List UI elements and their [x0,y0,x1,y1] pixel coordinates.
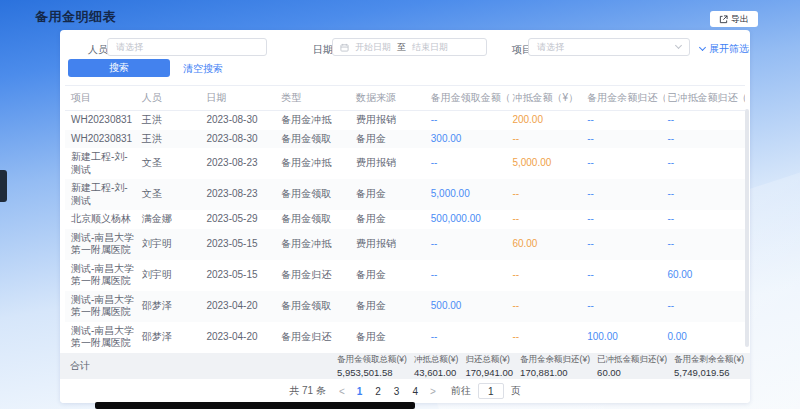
summary-item: 备用金余额归还(¥)170,881.00 [520,354,590,378]
cell-amount-offset-returned: -- [665,291,745,322]
cell-type: 备用金领取 [279,179,354,210]
cell-date: 2023-04-20 [204,322,279,353]
cell-person: 王洪 [140,130,205,149]
cell-person: 刘宇明 [140,229,205,260]
cell-person: 文圣 [140,179,205,210]
date-filter-label: 日期 [313,43,333,57]
cell-amount-balance-returned: -- [585,130,665,149]
summary-item-label: 备用金余额归还(¥) [520,354,590,366]
project-select-placeholder: 请选择 [537,41,564,54]
person-filter-label: 人员 [88,43,108,57]
cell-type: 备用金冲抵 [279,148,354,179]
cell-date: 2023-05-15 [204,229,279,260]
cell-amount-offset-returned: -- [665,148,745,179]
table-row: WH20230831王洪2023-08-30备用金领取备用金300.00----… [65,130,745,149]
cell-amount-offset-returned: -- [665,130,745,149]
cell-amount-offset: 60.00 [510,229,585,260]
cell-amount-received: 500.00 [429,291,511,322]
cell-amount-offset-returned: -- [665,229,745,260]
cell-person: 满金娜 [140,210,205,229]
cell-project: 测试-南昌大学第一附属医院 [65,322,140,353]
column-header-source: 数据来源 [354,86,429,111]
cell-date: 2023-08-30 [204,130,279,149]
summary-item: 备用金领取总额(¥)5,953,501.58 [337,354,407,378]
summary-item: 已冲抵金额归还(¥)60.00 [597,354,667,378]
start-date-placeholder[interactable]: 开始日期 [355,41,391,54]
cell-date: 2023-05-29 [204,210,279,229]
table-row: 新建工程-刘-测试文圣2023-08-23备用金领取备用金5,000.00---… [65,179,745,210]
column-header-amount-offset-returned: 已冲抵金额归还（¥） [665,86,745,111]
cell-project: 新建工程-刘-测试 [65,148,140,179]
clear-search-button[interactable]: 清空搜索 [183,62,223,76]
cell-amount-balance-returned: -- [585,179,665,210]
pagination-bar: 共 71 条 < 1234 > 前往 页 [60,379,750,403]
cell-project: 测试-南昌大学第一附属医院 [65,260,140,291]
page-number-2[interactable]: 2 [372,386,384,397]
export-button[interactable]: 导出 [710,11,758,27]
cell-person: 文圣 [140,148,205,179]
table-row: 北京顺义杨林满金娜2023-05-29备用金领取备用金500,000.00---… [65,210,745,229]
cell-person: 邵梦泽 [140,291,205,322]
person-filter-input[interactable] [107,38,267,56]
expand-filters-link[interactable]: 展开筛选 [700,42,749,56]
cell-project: WH20230831 [65,111,140,130]
date-range-separator: 至 [397,41,406,54]
summary-total-label: 合计 [60,359,90,373]
chevron-down-icon [675,42,682,49]
next-page-icon[interactable]: > [428,386,438,397]
cell-date: 2023-08-23 [204,148,279,179]
end-date-placeholder[interactable]: 结束日期 [412,41,448,54]
summary-item-value: 5,749,019.56 [674,367,744,378]
drawer-handle[interactable] [0,170,7,202]
summary-item-value: 60.00 [597,367,667,378]
cell-amount-balance-returned: -- [585,229,665,260]
goto-page-label: 前往 [451,384,471,398]
table-row: 测试-南昌大学第一附属医院邵梦泽2023-04-20备用金归还备用金----10… [65,322,745,353]
page-number-1[interactable]: 1 [354,386,366,397]
prev-page-icon[interactable]: < [337,386,347,397]
pagination-total: 共 71 条 [289,384,326,398]
date-range-picker[interactable]: 开始日期 至 结束日期 [332,38,487,56]
cell-type: 备用金领取 [279,130,354,149]
calendar-icon [340,43,349,52]
column-header-type: 类型 [279,86,354,111]
cell-amount-received: 300.00 [429,130,511,149]
cell-amount-balance-returned: -- [585,260,665,291]
summary-item-value: 43,601.00 [414,367,458,378]
cell-amount-received: 500,000.00 [429,210,511,229]
page-number-4[interactable]: 4 [409,386,421,397]
page-number-3[interactable]: 3 [391,386,403,397]
cell-project: 测试-南昌大学第一附属医院 [65,229,140,260]
cell-source: 费用报销 [354,148,429,179]
export-label: 导出 [731,13,749,26]
cell-amount-balance-returned: 100.00 [585,322,665,353]
summary-item: 备用金剩余金额(¥)5,749,019.56 [674,354,744,378]
cell-date: 2023-04-20 [204,291,279,322]
cell-source: 费用报销 [354,229,429,260]
cell-amount-offset-returned: 60.00 [665,260,745,291]
cell-source: 备用金 [354,179,429,210]
cell-amount-received: -- [429,148,511,179]
table-row: WH20230831王洪2023-08-30备用金冲抵费用报销--200.00-… [65,111,745,130]
cell-person: 邵梦泽 [140,322,205,353]
project-filter-select[interactable]: 请选择 [528,38,690,56]
goto-page-suffix: 页 [511,384,521,398]
column-header-project: 项目 [65,86,140,111]
chevron-down-icon [699,44,706,51]
column-header-date: 日期 [204,86,279,111]
cell-source: 备用金 [354,291,429,322]
page-title: 备用金明细表 [35,8,116,26]
cell-amount-balance-returned: -- [585,148,665,179]
search-button[interactable]: 搜索 [68,59,170,77]
cell-date: 2023-08-23 [204,179,279,210]
taskbar-strip [95,402,415,409]
cell-source: 费用报销 [354,111,429,130]
cell-amount-offset-returned: -- [665,179,745,210]
cell-amount-received: -- [429,229,511,260]
cell-project: 新建工程-刘-测试 [65,179,140,210]
cell-amount-offset-returned: -- [665,111,745,130]
goto-page-input[interactable] [478,383,504,399]
cell-person: 王洪 [140,111,205,130]
cell-amount-received: -- [429,260,511,291]
vertical-scrollbar[interactable] [745,109,749,347]
